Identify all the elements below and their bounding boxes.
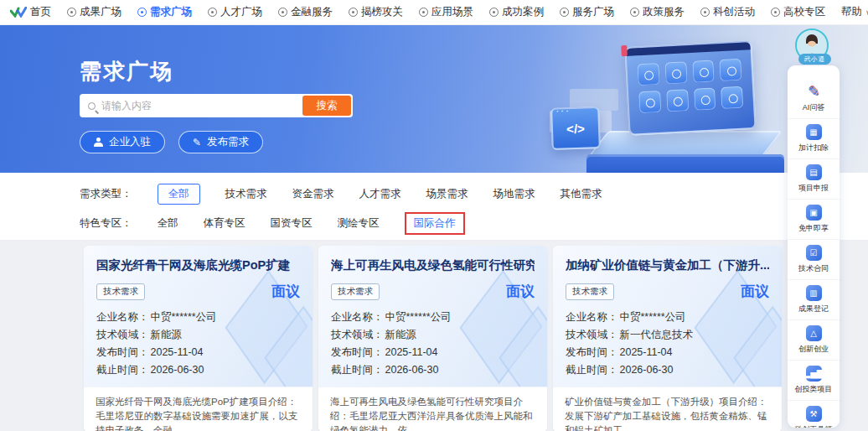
nav-item-policy[interactable]: 政策服务	[630, 5, 685, 19]
sidebar-item-achievement-register[interactable]: ▥ 成果登记	[788, 280, 840, 320]
board-icon: ▥	[806, 285, 822, 301]
filter-type-all[interactable]: 全部	[158, 184, 200, 205]
deadline-label: 截止时间：	[331, 361, 384, 379]
filter-zone-sports[interactable]: 体育专区	[204, 216, 245, 231]
quick-tools-panel: ✎ AI问答 ▦ 加计扣除 ▤ 项目申报 ▣ 免申即享 ☑ 技术合同 ▥ 成果登…	[788, 65, 840, 428]
publish-value: 2025-11-04	[151, 344, 204, 361]
bar-chart-icon: ▂▅▇	[806, 366, 822, 382]
enterprise-join-label: 企业入驻	[109, 135, 151, 149]
illustration-platform	[586, 154, 784, 173]
card-header: 海上可再生风电及绿色氢能可行性研究 技术需求 面议 企业名称：中贸******公…	[318, 246, 547, 387]
filter-zone-stateowned[interactable]: 国资专区	[271, 216, 313, 231]
scenarios-icon	[419, 8, 428, 17]
deadline-label: 截止时间：	[96, 361, 149, 379]
field-value: 新能源	[151, 326, 183, 344]
nav-item-cases[interactable]: 成功案例	[489, 5, 544, 19]
assistant-name-badge: 武小通	[798, 54, 832, 65]
sidebar-item-tech-contract[interactable]: ☑ 技术合同	[788, 240, 840, 280]
filter-type-other[interactable]: 其他需求	[561, 187, 602, 201]
sidebar-item-label: AI问答	[803, 102, 825, 112]
filter-type-funding[interactable]: 资金需求	[292, 187, 334, 201]
sidebar-item-label: 加计扣除	[798, 143, 829, 153]
company-label: 企业名称：	[331, 309, 384, 326]
sidebar-item-tax-deduction[interactable]: ▦ 加计扣除	[788, 119, 840, 159]
filter-zone-international[interactable]: 国际合作	[405, 212, 465, 235]
company-label: 企业名称：	[566, 309, 618, 326]
field-label: 技术领域：	[566, 326, 618, 344]
demand-description: 矿业价值链与黄金加工（下游升级）项目介绍：发展下游矿产加工基础设施，包括黄金精炼…	[553, 387, 782, 431]
company-value: 中贸******公司	[151, 309, 217, 326]
cases-icon	[489, 8, 499, 17]
app-tile	[720, 59, 742, 81]
nav-item-challenge[interactable]: 揭榜攻关	[349, 5, 403, 19]
nav-item-scenarios[interactable]: 应用场景	[419, 5, 473, 19]
demand-description: 国家光纤骨干网及海底光缆PoP扩建项目介绍：毛里塔尼亚的数字基础设施需要加速扩展…	[84, 387, 313, 431]
sidebar-item-innovation[interactable]: △ 创新创业	[788, 320, 840, 361]
demand-card-2[interactable]: 海上可再生风电及绿色氢能可行性研究 技术需求 面议 企业名称：中贸******公…	[318, 246, 547, 431]
brand-logo-icon	[10, 7, 27, 18]
enterprise-join-button[interactable]: 企业入驻	[80, 131, 165, 153]
field-row: 技术领域：新能源	[331, 326, 535, 344]
filter-type-tech[interactable]: 技术需求	[225, 187, 267, 201]
nav-item-activities[interactable]: 科创活动	[700, 5, 755, 19]
publish-demand-label: 发布需求	[207, 135, 249, 149]
publish-row: 发布时间：2025-11-04	[96, 344, 300, 361]
demand-list: 国家光纤骨干网及海底光缆PoP扩建 技术需求 面议 企业名称：中贸******公…	[0, 240, 868, 431]
sidebar-item-venture-projects[interactable]: ▂▅▇ 创投类项目	[788, 361, 840, 401]
company-value: 中贸******公司	[385, 309, 452, 326]
demands-icon	[137, 8, 147, 17]
nav-item-universities[interactable]: 高校专区	[771, 5, 825, 19]
search-input[interactable]	[101, 100, 297, 112]
nav-item-label: 人才广场	[220, 5, 262, 19]
filter-zone-surveying[interactable]: 测绘专区	[338, 216, 380, 231]
nav-item-label: 金融服务	[291, 5, 333, 19]
nav-item-talents[interactable]: 人才广场	[208, 5, 262, 19]
filter-type-venue[interactable]: 场地需求	[493, 187, 535, 201]
sidebar-item-project-declare[interactable]: ▤ 项目申报	[788, 159, 840, 200]
demand-card-1[interactable]: 国家光纤骨干网及海底光缆PoP扩建 技术需求 面议 企业名称：中贸******公…	[84, 246, 313, 431]
services-icon	[560, 8, 569, 17]
publish-demand-button[interactable]: ✎ 发布需求	[178, 131, 263, 153]
nav-item-label: 成果广场	[80, 5, 121, 19]
field-label: 技术领域：	[331, 326, 384, 344]
filter-type-scenario[interactable]: 场景需求	[426, 187, 468, 201]
illustration-platform-top	[585, 131, 783, 161]
sidebar-item-label: 创新创业	[798, 344, 829, 354]
help-menu[interactable]: 帮助∨	[841, 5, 868, 19]
search-button[interactable]: 搜索	[302, 96, 351, 116]
nav-item-achievements[interactable]: 成果广场	[67, 5, 121, 19]
gift-icon: ▣	[806, 205, 822, 221]
special-zone-label: 特色专区：	[80, 216, 132, 231]
nav-item-label: 政策服务	[643, 5, 685, 19]
sidebar-item-label: 创投类项目	[794, 384, 832, 394]
nav-item-label: 服务广场	[572, 5, 614, 19]
sidebar-item-label: 科创工具箱	[794, 424, 832, 428]
field-value: 新能源	[385, 326, 417, 344]
publish-label: 发布时间：	[331, 344, 384, 361]
hero-illustration: </>	[550, 30, 784, 173]
publish-label: 发布时间：	[566, 344, 618, 361]
nav-item-home[interactable]: 首页	[10, 5, 51, 19]
illustration-step	[550, 111, 612, 132]
demand-card-3[interactable]: 加纳矿业价值链与黄金加工（下游升... 技术需求 面议 企业名称：中贸*****…	[553, 246, 782, 431]
document-icon: ▤	[806, 164, 822, 180]
search-bar: 搜索	[80, 94, 353, 117]
demand-type-label: 需求类型：	[80, 187, 132, 201]
nav-item-finance[interactable]: 金融服务	[278, 5, 333, 19]
filter-type-talent[interactable]: 人才需求	[359, 187, 401, 201]
price-negotiable: 面议	[741, 282, 769, 301]
sidebar-item-label: 免申即享	[798, 223, 829, 233]
price-negotiable: 面议	[271, 282, 300, 301]
code-window-icon: </>	[550, 106, 601, 150]
sidebar-item-no-apply-benefit[interactable]: ▣ 免申即享	[788, 200, 840, 240]
sidebar-item-ai-qa[interactable]: ✎ AI问答	[788, 79, 840, 119]
card-header: 国家光纤骨干网及海底光缆PoP扩建 技术需求 面议 企业名称：中贸******公…	[84, 246, 313, 387]
illustration-app-window	[624, 40, 756, 136]
sidebar-item-toolbox[interactable]: ⚒ 科创工具箱	[788, 401, 840, 428]
nav-item-demands[interactable]: 需求广场	[137, 5, 192, 19]
field-value: 新一代信息技术	[620, 326, 694, 344]
app-tile	[637, 63, 659, 86]
filter-zone-all[interactable]: 全部	[158, 216, 178, 231]
nav-item-label: 需求广场	[150, 5, 192, 19]
nav-item-services[interactable]: 服务广场	[560, 5, 614, 19]
